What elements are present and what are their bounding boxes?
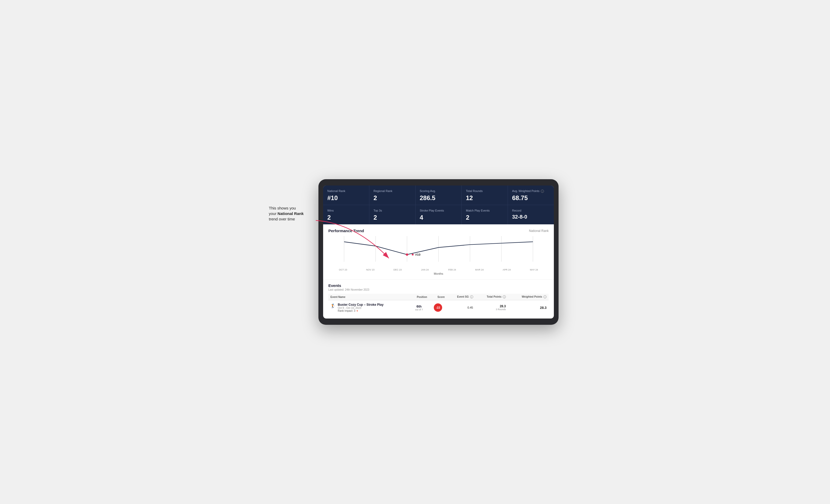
col-event-name: Event Name bbox=[328, 294, 409, 300]
stat-scoring-avg: Scoring Avg. 286.5 bbox=[416, 186, 461, 205]
stat-match-play-events: Match Play Events 2 bbox=[462, 205, 508, 224]
stats-header-row1: National Rank #10 Regional Rank 2 Scorin… bbox=[323, 186, 554, 205]
stat-national-rank: National Rank #10 bbox=[323, 186, 369, 205]
event-position: 6th out of 7 bbox=[409, 300, 429, 315]
svg-point-9 bbox=[412, 254, 414, 256]
info-icon-weighted-points: i bbox=[543, 295, 547, 298]
x-label-feb24: FEB 24 bbox=[439, 268, 466, 271]
table-row: 🏌️ Buster Cozy Cup – Stroke Play Oct 9 -… bbox=[328, 300, 549, 315]
events-table: Event Name Position Score Event SG i bbox=[328, 294, 549, 315]
annotation-text: This shows you your National Rank trend … bbox=[269, 205, 321, 222]
performance-trend-subtitle: National Rank bbox=[529, 229, 549, 233]
rank-impact: Rank Impact: 3 ▼ bbox=[338, 309, 383, 312]
events-title: Events bbox=[328, 283, 549, 288]
x-label-oct23: OCT 23 bbox=[329, 268, 357, 271]
tablet-screen: National Rank #10 Regional Rank 2 Scorin… bbox=[323, 186, 554, 319]
golf-bag-icon: 🏌️ bbox=[330, 303, 336, 308]
events-last-updated: Last updated: 24th November 2023 bbox=[328, 288, 549, 291]
svg-text:#10: #10 bbox=[415, 253, 420, 256]
col-score: Score bbox=[429, 294, 447, 300]
stat-stroke-play-events: Stroke Play Events 4 bbox=[416, 205, 461, 224]
chart-svg: #10 bbox=[328, 236, 549, 267]
performance-trend-header: Performance Trend National Rank bbox=[328, 229, 549, 233]
stat-total-rounds: Total Rounds 12 bbox=[462, 186, 508, 205]
event-name-cell: 🏌️ Buster Cozy Cup – Stroke Play Oct 9 -… bbox=[328, 300, 409, 315]
x-label-may24: MAY 24 bbox=[520, 268, 548, 271]
info-icon-avg-weighted: i bbox=[541, 190, 544, 193]
stat-avg-weighted-points: Avg. Weighted Points i 68.75 bbox=[508, 186, 554, 205]
rank-impact-down-icon: ▼ bbox=[356, 310, 358, 312]
x-label-apr24: APR 24 bbox=[493, 268, 520, 271]
col-weighted-points: Weighted Points i bbox=[508, 294, 549, 300]
col-total-points: Total Points i bbox=[475, 294, 508, 300]
performance-chart: #10 bbox=[328, 236, 549, 267]
info-icon-total-points: i bbox=[503, 295, 506, 298]
svg-point-8 bbox=[406, 254, 409, 256]
chart-x-axis: OCT 23 NOV 23 DEC 23 JAN 24 FEB 24 MAR 2… bbox=[328, 268, 549, 271]
event-weighted-points: 28.3 bbox=[508, 300, 549, 315]
x-label-jan24: JAN 24 bbox=[411, 268, 439, 271]
performance-trend-section: Performance Trend National Rank bbox=[323, 224, 554, 280]
events-table-header-row: Event Name Position Score Event SG i bbox=[328, 294, 549, 300]
event-total-points: 28.3 3 Rounds bbox=[475, 300, 508, 315]
score-badge: -22 bbox=[434, 303, 442, 312]
stat-regional-rank: Regional Rank 2 bbox=[369, 186, 415, 205]
performance-trend-title: Performance Trend bbox=[328, 229, 364, 233]
events-section: Events Last updated: 24th November 2023 … bbox=[323, 280, 554, 318]
stat-wins: Wins 2 bbox=[323, 205, 369, 224]
x-label-nov23: NOV 23 bbox=[357, 268, 384, 271]
x-label-dec23: DEC 23 bbox=[384, 268, 411, 271]
chart-x-title: Months bbox=[328, 272, 549, 275]
event-score: -22 bbox=[429, 300, 447, 315]
col-position: Position bbox=[409, 294, 429, 300]
stat-top3s: Top 3s 2 bbox=[369, 205, 415, 224]
x-label-mar24: MAR 24 bbox=[466, 268, 493, 271]
col-event-sg: Event SG i bbox=[447, 294, 475, 300]
stats-header-row2: Wins 2 Top 3s 2 Stroke Play Events 4 Mat… bbox=[323, 205, 554, 224]
info-icon-event-sg: i bbox=[470, 295, 473, 298]
tablet-frame: National Rank #10 Regional Rank 2 Scorin… bbox=[318, 179, 558, 325]
event-sg: 0.45 bbox=[447, 300, 475, 315]
stat-record: Record 32-8-0 bbox=[508, 205, 554, 224]
